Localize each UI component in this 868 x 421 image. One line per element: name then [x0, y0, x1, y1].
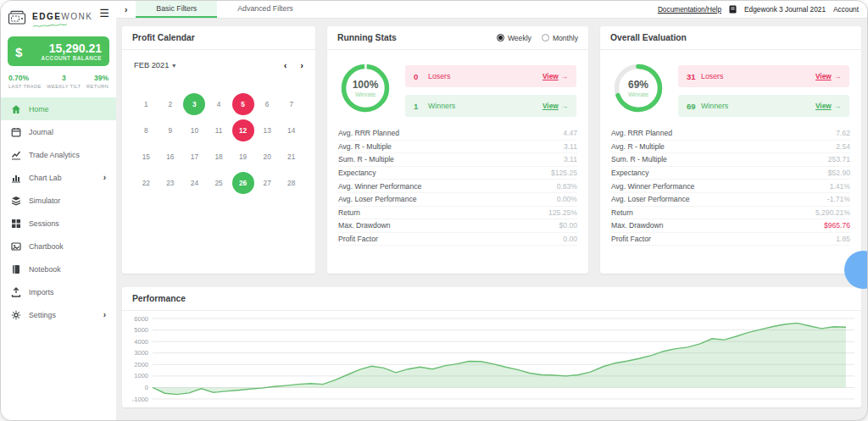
sidebar-item-label: Notebook	[29, 265, 61, 274]
month-selector[interactable]: FEB 2021▾	[134, 61, 175, 69]
y-axis-tick: 6000	[134, 315, 148, 323]
view-losers-link[interactable]: View→	[815, 72, 841, 80]
chevron-right-icon: ›	[103, 173, 106, 182]
stat-row: Avg. R - Multiple2.54	[611, 141, 850, 154]
calendar-day[interactable]: 15	[134, 145, 159, 169]
calendar-day[interactable]: 17	[182, 145, 207, 169]
sidebar-item-label: Simulator	[29, 197, 60, 205]
sidebar-menu: HomeJournalTrade AnalyticsChart Lab›Simu…	[1, 97, 116, 326]
logo-tagline	[32, 24, 76, 28]
sidebar-item-journal[interactable]: Journal	[1, 120, 116, 143]
performance-area-fill	[153, 323, 846, 394]
calendar-day[interactable]: 20	[255, 145, 280, 169]
running-stats-title: Running Stats	[337, 33, 397, 42]
y-axis-tick: 5000	[134, 326, 148, 334]
calendar-day[interactable]: 11	[207, 119, 231, 142]
calendar-day[interactable]: 8	[134, 119, 159, 142]
sidebar-item-simulator[interactable]: Simulator	[1, 189, 116, 212]
calendar-day[interactable]: 3	[182, 92, 207, 116]
radio-monthly[interactable]: Monthly	[542, 34, 578, 42]
calendar-day[interactable]: 7	[279, 92, 303, 116]
stat-label: Profit Factor	[338, 235, 378, 243]
stat-value: 1.41%	[830, 182, 850, 191]
calendar-day[interactable]: 2	[159, 92, 183, 116]
calendar-day[interactable]: 1	[134, 92, 159, 116]
calendar-day[interactable]: 21	[279, 145, 303, 169]
performance-title: Performance	[122, 287, 861, 311]
calendar-day[interactable]: 4	[207, 92, 231, 116]
hamburger-menu-icon[interactable]: ☰	[99, 8, 109, 19]
stat-label: Avg. Winner Performance	[611, 182, 694, 191]
stat-value: $965.76	[824, 221, 850, 230]
winrate-label: Winrate	[628, 91, 648, 97]
calendar-day[interactable]: 18	[207, 145, 231, 169]
sidebar-item-imports[interactable]: Imports	[1, 280, 116, 303]
calendar-day[interactable]: 23	[159, 171, 183, 195]
radio-unselected-icon	[542, 34, 549, 42]
sidebar-item-chart-lab[interactable]: Chart Lab›	[1, 166, 116, 189]
arrow-right-icon: →	[834, 72, 841, 80]
chartbook-icon	[11, 241, 21, 252]
journal-name[interactable]: Edgewonk 3 Journal 2021	[744, 5, 826, 14]
stat-row: Expectancy$125.25	[338, 167, 577, 180]
sidebar: EDGEWONK ☰ $ 15,290.21 ACCOUNT BALANCE 0…	[1, 1, 116, 420]
calendar-day[interactable]: 26	[231, 171, 255, 195]
calendar-day[interactable]: 25	[207, 171, 231, 195]
calendar-day[interactable]: 19	[231, 145, 255, 169]
stat-label: Avg. RRR Planned	[611, 129, 672, 137]
calendar-day[interactable]: 9	[159, 119, 183, 142]
calendar-day[interactable]: 12	[231, 119, 255, 142]
calendar-day[interactable]: 16	[159, 145, 183, 169]
sidebar-item-settings[interactable]: Settings›	[1, 303, 116, 326]
y-axis-tick: 1000	[134, 372, 148, 379]
calendar-day[interactable]: 24	[182, 171, 207, 195]
quick-stat: 39%RETURN	[86, 74, 108, 89]
sidebar-item-label: Chart Lab	[29, 174, 62, 182]
stat-label: Avg. R - Multiple	[611, 142, 665, 151]
brand-row: EDGEWONK ☰	[1, 1, 116, 30]
calendar-next-icon[interactable]: ›	[300, 60, 303, 70]
calendar-day[interactable]: 10	[182, 119, 207, 142]
calendar-day[interactable]: 13	[255, 119, 280, 142]
arrow-right-icon: →	[834, 102, 841, 110]
stat-value: 5,290.21%	[815, 208, 850, 217]
sidebar-item-chartbook[interactable]: Chartbook	[1, 235, 116, 258]
calendar-day[interactable]: 28	[279, 171, 303, 195]
view-winners-link[interactable]: View→	[815, 102, 841, 110]
stat-value: 2.54	[836, 142, 850, 151]
view-winners-link[interactable]: View→	[542, 102, 568, 110]
tab-advanced-filters[interactable]: Advanced Filters	[217, 1, 314, 18]
calendar-day[interactable]: 5	[231, 92, 255, 116]
sidebar-item-home[interactable]: Home	[1, 97, 116, 120]
winners-pill: 69Winners View→	[678, 95, 849, 117]
stat-label: Avg. Winner Performance	[338, 182, 421, 191]
arrow-right-icon: →	[561, 72, 568, 80]
arrow-right-icon: →	[561, 102, 568, 110]
dashboard-content: Profit Calendar FEB 2021▾ ‹ › 1234567891…	[116, 19, 867, 420]
stat-label: Max. Drawdown	[611, 221, 664, 230]
performance-chart: 6000500040003000200010000-1000	[122, 313, 858, 407]
stat-label: Max. Drawdown	[338, 221, 391, 230]
calendar-day[interactable]: 27	[255, 171, 280, 195]
sidebar-item-label: Chartbook	[29, 242, 64, 251]
profit-calendar-card: Profit Calendar FEB 2021▾ ‹ › 1234567891…	[122, 26, 315, 274]
sidebar-item-notebook[interactable]: Notebook	[1, 258, 116, 280]
calendar-day[interactable]: 6	[255, 92, 280, 116]
calendar-day[interactable]: 14	[279, 119, 303, 142]
sidebar-item-label: Sessions	[29, 219, 59, 228]
home-icon	[11, 104, 21, 114]
radio-weekly[interactable]: Weekly	[497, 34, 531, 42]
main-area: › Basic Filters Advanced Filters Documen…	[116, 1, 867, 420]
sidebar-item-trade-analytics[interactable]: Trade Analytics	[1, 143, 116, 166]
documentation-link[interactable]: Documentation/Help	[658, 5, 721, 14]
quick-stat-value: 39%	[86, 74, 108, 82]
journal-icon	[11, 127, 21, 137]
brand-name: EDGEWONK	[32, 12, 92, 21]
tab-basic-filters[interactable]: Basic Filters	[136, 1, 217, 18]
sidebar-item-sessions[interactable]: Sessions	[1, 212, 116, 235]
calendar-prev-icon[interactable]: ‹	[284, 60, 287, 70]
collapse-chevron-icon[interactable]: ›	[116, 1, 136, 18]
account-link[interactable]: Account	[833, 5, 859, 14]
calendar-day[interactable]: 22	[134, 171, 159, 195]
view-losers-link[interactable]: View→	[542, 72, 568, 80]
